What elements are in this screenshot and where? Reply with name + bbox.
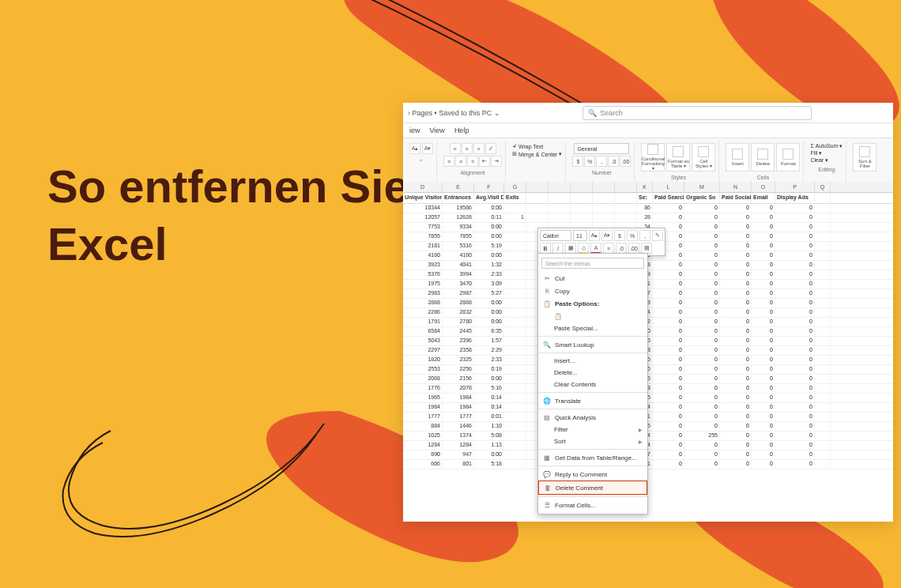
cell[interactable]: 1777 xyxy=(403,413,443,421)
cell[interactable]: 0 xyxy=(752,242,775,251)
cell[interactable]: 0 xyxy=(752,422,775,431)
cell[interactable]: 2068 xyxy=(403,375,443,383)
cell[interactable] xyxy=(815,337,831,345)
cell[interactable]: 7753 xyxy=(403,223,443,232)
format-cells-button[interactable]: Format xyxy=(776,143,800,172)
cell[interactable]: 0 xyxy=(720,413,752,421)
cell[interactable] xyxy=(815,213,831,222)
cell[interactable] xyxy=(815,223,831,232)
cell[interactable]: 2553 xyxy=(403,365,443,374)
cell[interactable]: 5376 xyxy=(403,270,443,279)
cell[interactable] xyxy=(504,299,526,307)
cell[interactable]: 0 xyxy=(653,356,684,364)
ctx-filter[interactable]: Filter▶ xyxy=(538,424,647,435)
cell[interactable] xyxy=(549,213,571,222)
cell[interactable]: 6584 xyxy=(403,327,443,336)
cell[interactable]: 1984 xyxy=(443,394,474,402)
cell[interactable] xyxy=(526,204,549,213)
cell[interactable] xyxy=(815,394,831,402)
cell[interactable]: 0 xyxy=(653,213,684,222)
cell[interactable]: 0:01 xyxy=(474,413,504,421)
cell[interactable]: 9334 xyxy=(443,223,474,232)
cell[interactable] xyxy=(571,204,593,213)
cell[interactable]: 0:00 xyxy=(474,375,504,383)
cell[interactable] xyxy=(815,346,831,355)
data-column-header[interactable] xyxy=(571,193,593,203)
cell[interactable] xyxy=(504,261,526,270)
cell[interactable]: 0 xyxy=(752,394,775,402)
ctx-translate[interactable]: 🌐Translate xyxy=(538,394,647,407)
cell[interactable]: 0 xyxy=(775,394,815,402)
cell[interactable] xyxy=(593,204,615,213)
cell[interactable]: 0 xyxy=(653,299,684,307)
cell[interactable]: 0 xyxy=(752,384,775,393)
cell[interactable]: 0 xyxy=(720,403,752,412)
cell[interactable]: 5:18 xyxy=(474,460,504,469)
cell[interactable]: 0 xyxy=(720,422,752,431)
cell[interactable]: 2868 xyxy=(443,299,474,307)
wrap-text-button[interactable]: ↲Wrap Text xyxy=(512,143,543,149)
column-header[interactable]: E xyxy=(443,182,474,192)
cell[interactable]: 7855 xyxy=(443,232,474,241)
fill-color-button[interactable]: ◇ xyxy=(578,243,589,254)
cell[interactable]: 0 xyxy=(684,251,720,260)
cell[interactable]: 0 xyxy=(653,450,684,459)
increase-font-mini-button[interactable]: A▴ xyxy=(589,230,600,241)
cell[interactable] xyxy=(504,270,526,279)
conditional-formatting-button[interactable]: Conditional Formatting ▾ xyxy=(641,143,665,172)
cell[interactable]: 1:13 xyxy=(474,441,504,450)
cell[interactable] xyxy=(504,432,526,440)
cell[interactable]: 0 xyxy=(775,280,815,288)
column-header[interactable]: P xyxy=(775,182,815,192)
cell[interactable]: 0 xyxy=(775,242,815,251)
cell[interactable]: 0 xyxy=(775,422,815,431)
cell[interactable]: 0 xyxy=(752,403,775,412)
fill-button[interactable]: Fill ▾ xyxy=(810,150,822,156)
cell[interactable] xyxy=(815,251,831,260)
cell[interactable]: 0:00 xyxy=(474,450,504,459)
cell[interactable]: 0 xyxy=(775,413,815,421)
cell[interactable] xyxy=(504,242,526,251)
cell[interactable]: 0 xyxy=(684,204,720,213)
cell[interactable]: 0 xyxy=(653,337,684,345)
cell[interactable]: 5043 xyxy=(403,337,443,345)
data-column-header[interactable]: Unique Visitors xyxy=(403,193,443,203)
cell[interactable]: 2:33 xyxy=(474,356,504,364)
cell[interactable]: 4041 xyxy=(443,261,474,270)
cell[interactable] xyxy=(504,204,526,213)
cell[interactable]: 0 xyxy=(720,242,752,251)
cell[interactable]: 0 xyxy=(653,270,684,279)
cell[interactable]: 884 xyxy=(403,422,443,431)
cell[interactable] xyxy=(815,422,831,431)
cell[interactable]: 2868 xyxy=(403,299,443,307)
indent-decrease-button[interactable]: ⇤ xyxy=(479,156,490,167)
data-column-header[interactable] xyxy=(593,193,615,203)
cell[interactable]: 0 xyxy=(653,394,684,402)
cell[interactable]: 0 xyxy=(720,441,752,450)
cell[interactable]: 0 xyxy=(720,251,752,260)
cell[interactable] xyxy=(815,204,831,213)
tab-review[interactable]: iew xyxy=(409,126,420,134)
cell[interactable] xyxy=(815,299,831,307)
cell[interactable]: 1984 xyxy=(443,403,474,412)
column-header[interactable]: D xyxy=(403,182,443,192)
column-header[interactable]: L xyxy=(653,182,684,192)
cell[interactable]: 0 xyxy=(752,213,775,222)
cell[interactable] xyxy=(815,441,831,450)
cell[interactable]: 0 xyxy=(720,346,752,355)
cell[interactable]: 0 xyxy=(752,280,775,288)
cell[interactable]: 0 xyxy=(684,242,720,251)
cell[interactable]: 1025 xyxy=(403,432,443,440)
cell[interactable]: 0:00 xyxy=(474,223,504,232)
cell[interactable]: 12057 xyxy=(403,213,443,222)
ctx-paste-default[interactable]: 📋 xyxy=(538,310,647,322)
cell[interactable]: 1284 xyxy=(443,441,474,450)
cell[interactable]: 2780 xyxy=(443,318,474,326)
cell[interactable]: 0 xyxy=(684,223,720,232)
cell[interactable]: 0 xyxy=(752,223,775,232)
cell[interactable]: 1:32 xyxy=(474,261,504,270)
cell[interactable]: 5:27 xyxy=(474,289,504,298)
data-column-header[interactable]: Entrances xyxy=(443,193,474,203)
cell[interactable]: 3994 xyxy=(443,270,474,279)
format-painter-mini-button[interactable]: ✎ xyxy=(652,230,663,241)
